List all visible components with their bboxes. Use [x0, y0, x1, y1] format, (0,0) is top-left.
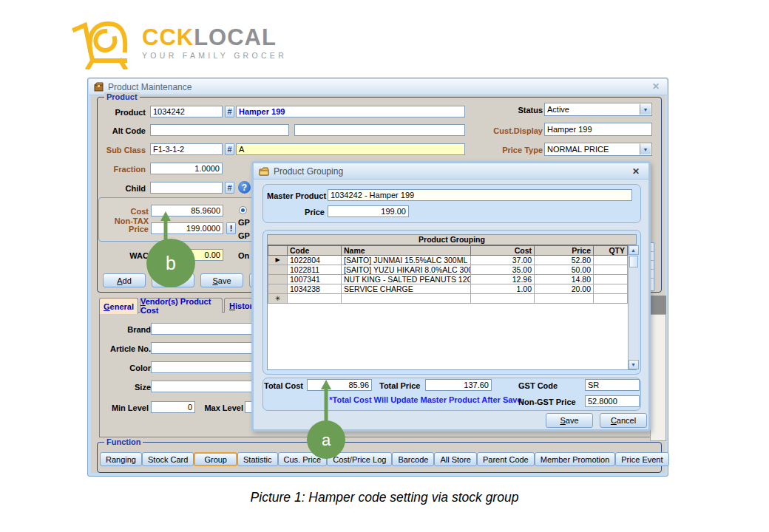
stock-card-button[interactable]: Stock Card	[142, 452, 194, 466]
sub-class-desc-field[interactable]: A	[236, 143, 465, 155]
picture-caption: Picture 1: Hamper code setting via stock…	[0, 490, 769, 505]
gst-code-field[interactable]: SR	[585, 379, 640, 391]
window-titlebar[interactable]: Product Maintenance ✕	[89, 79, 667, 95]
new-row-icon: ✳	[268, 294, 288, 304]
cell-name[interactable]: NUT KING - SALTED PEANUTS 12GX36'S	[342, 275, 471, 284]
grouping-grid: Product Grouping Code Name Cost Price QT…	[267, 234, 637, 370]
price-type-dropdown[interactable]: NORMAL PRICE ▼	[544, 143, 652, 156]
child-field[interactable]	[150, 182, 223, 194]
master-product-label: Master Product	[267, 191, 325, 200]
scroll-up-icon[interactable]: ▲	[629, 245, 639, 255]
exclaim-button[interactable]: !	[226, 222, 236, 234]
cell-cost[interactable]: 37.00	[471, 256, 535, 265]
chevron-down-icon[interactable]: ▼	[640, 144, 651, 154]
cell-price[interactable]: 20.00	[535, 284, 594, 294]
cost-label: Cost	[106, 207, 149, 216]
alt-code-field-2[interactable]	[294, 124, 465, 136]
all-store-button[interactable]: All Store	[434, 452, 477, 466]
grouping-table: Code Name Cost Price QTY ▶ 1022804 [SAIT…	[268, 245, 628, 304]
close-icon[interactable]: ✕	[652, 82, 660, 91]
sub-class-field[interactable]: F1-3-1-2	[150, 143, 223, 155]
cus-price-button[interactable]: Cus. Price	[278, 452, 328, 466]
function-legend: Function	[104, 437, 143, 446]
sub-class-lookup-button[interactable]: #	[225, 143, 234, 155]
group-button[interactable]: Group	[194, 452, 237, 466]
ranging-button[interactable]: Ranging	[100, 452, 142, 466]
chevron-down-icon[interactable]: ▼	[640, 104, 651, 115]
product-code-field[interactable]: 1034242	[150, 106, 223, 117]
dialog-titlebar[interactable]: Product Grouping ✕	[254, 163, 648, 180]
cell-code[interactable]: 1007341	[288, 275, 342, 284]
non-tax-price-field[interactable]: 199.0000	[151, 222, 223, 234]
header-price: Price	[535, 246, 594, 256]
table-new-row[interactable]: ✳	[268, 294, 628, 304]
grid-title: Product Grouping	[268, 235, 636, 245]
folder-icon	[259, 167, 269, 176]
cell-name[interactable]: SERVICE CHARGE	[342, 284, 471, 294]
radio-button[interactable]	[239, 206, 247, 214]
background-panel	[650, 314, 666, 441]
status-dropdown[interactable]: Active ▼	[544, 103, 652, 116]
header-code: Code	[288, 246, 342, 256]
parent-code-button[interactable]: Parent Code	[477, 452, 535, 466]
tab-vendors-product-cost[interactable]: Vendor(s) Product Cost	[140, 298, 223, 313]
cell-code[interactable]: 1022804	[288, 256, 342, 265]
page: CCKLOCAL YOUR FAMILY GROCER Product Main…	[0, 0, 769, 532]
hidden-button-1[interactable]	[152, 273, 194, 287]
table-row[interactable]: 1034238 SERVICE CHARGE 1.00 20.00	[268, 284, 628, 294]
product-lookup-button[interactable]: #	[225, 106, 234, 117]
total-price-field[interactable]: 137.60	[425, 379, 492, 391]
scroll-down-icon[interactable]: ▼	[629, 360, 639, 369]
min-level-field[interactable]: 0	[151, 401, 195, 413]
table-row[interactable]: 1007341 NUT KING - SALTED PEANUTS 12GX36…	[268, 275, 628, 284]
barcode-button[interactable]: Barcode	[392, 452, 434, 466]
wac-label: WAC	[109, 251, 149, 260]
tab-general[interactable]: General	[99, 298, 138, 314]
price-event-button[interactable]: Price Event	[615, 452, 668, 466]
grid-scrollbar[interactable]: ▲ ▼	[628, 245, 638, 369]
scrollbar-thumb[interactable]	[629, 256, 638, 267]
product-name-field[interactable]: Hamper 199	[236, 106, 465, 117]
non-tax-price-label: Non-TAX Price	[95, 217, 149, 233]
cell-cost[interactable]: 12.96	[471, 275, 535, 284]
table-row[interactable]: 1022811 [SAITO] YUZU HIKARI 8.0%ALC 300M…	[268, 265, 628, 275]
member-promotion-button[interactable]: Member Promotion	[535, 452, 616, 466]
cell-cost[interactable]: 1.00	[471, 284, 535, 294]
dialog-cancel-button[interactable]: Cancel	[600, 413, 647, 428]
dialog-close-icon[interactable]: ✕	[632, 167, 640, 176]
help-icon[interactable]: ?	[238, 181, 251, 194]
cell-price[interactable]: 14.80	[535, 275, 594, 284]
child-lookup-button[interactable]: #	[225, 182, 234, 194]
background-block	[650, 296, 666, 314]
gp-label-1: GP	[238, 218, 250, 227]
product-grouping-dialog: Product Grouping ✕ Master Product 103424…	[251, 161, 651, 432]
cck-logo-cart-icon	[70, 18, 141, 69]
cell-price[interactable]: 50.00	[535, 265, 594, 275]
save-button[interactable]: Save	[200, 273, 243, 287]
total-cost-label: Total Cost	[264, 381, 303, 390]
cell-name[interactable]: [SAITO] YUZU HIKARI 8.0%ALC 300ML	[342, 265, 471, 275]
non-gst-price-field[interactable]: 52.8000	[585, 395, 640, 407]
brand-tagline: YOUR FAMILY GROCER	[142, 51, 287, 60]
dialog-save-button[interactable]: Save	[546, 413, 593, 428]
table-row[interactable]: ▶ 1022804 [SAITO] JUNMAI 15.5%ALC 300ML …	[268, 256, 628, 265]
statistic-button[interactable]: Statistic	[237, 452, 278, 466]
alt-code-field[interactable]	[150, 124, 289, 136]
cell-code[interactable]: 1034238	[288, 284, 342, 294]
master-price-field[interactable]: 199.00	[328, 205, 409, 217]
cust-display-field[interactable]: Hamper 199	[544, 123, 652, 136]
cost-price-log-button[interactable]: Cost/Price Log	[327, 452, 392, 466]
cell-price[interactable]: 52.80	[535, 256, 594, 265]
wac-field[interactable]: 0.00	[151, 249, 223, 261]
on-hand-label: On	[238, 251, 249, 260]
fraction-field[interactable]: 1.0000	[150, 163, 223, 174]
master-product-field[interactable]: 1034242 - Hamper 199	[328, 189, 632, 201]
cell-name[interactable]: [SAITO] JUNMAI 15.5%ALC 300ML	[342, 256, 471, 265]
cost-field[interactable]: 85.9600	[151, 205, 223, 216]
add-button[interactable]: Add	[103, 273, 146, 287]
brand-cck: CCK	[142, 24, 194, 50]
total-cost-field[interactable]: 85.96	[307, 379, 372, 391]
color-label: Color	[110, 364, 151, 372]
cell-code[interactable]: 1022811	[288, 265, 342, 275]
cell-cost[interactable]: 35.00	[471, 265, 535, 275]
